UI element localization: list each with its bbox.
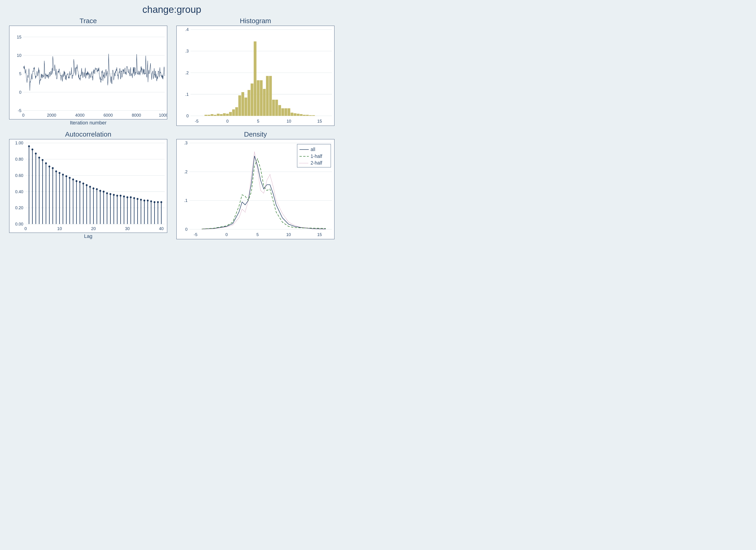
- diagnostic-figure: change:group Trace -50510150200040006000…: [0, 0, 344, 250]
- svg-text:.4: .4: [185, 27, 189, 32]
- svg-text:5: 5: [19, 71, 21, 76]
- svg-point-103: [59, 172, 60, 174]
- svg-point-107: [65, 175, 67, 177]
- svg-text:10000: 10000: [159, 113, 167, 118]
- svg-rect-41: [235, 107, 238, 116]
- svg-text:0: 0: [186, 113, 189, 118]
- trace-title: Trace: [9, 17, 167, 25]
- svg-text:0.20: 0.20: [15, 205, 23, 210]
- density-panel: Density 0.1.2.3-5051015all1-half2-half: [176, 130, 334, 239]
- svg-rect-47: [254, 41, 256, 116]
- svg-text:-5: -5: [18, 108, 21, 113]
- svg-point-163: [160, 201, 162, 203]
- svg-point-129: [103, 191, 104, 193]
- svg-point-91: [38, 156, 40, 158]
- svg-point-159: [153, 201, 155, 203]
- svg-rect-57: [285, 108, 287, 116]
- trace-panel: Trace -50510150200040006000800010000 Ite…: [9, 17, 167, 126]
- svg-rect-37: [223, 113, 226, 116]
- svg-point-95: [45, 162, 47, 164]
- svg-rect-58: [288, 108, 290, 116]
- svg-text:.1: .1: [185, 92, 189, 96]
- svg-text:-5: -5: [194, 232, 197, 237]
- svg-point-109: [69, 177, 71, 179]
- svg-point-155: [147, 199, 149, 202]
- svg-point-113: [76, 180, 77, 182]
- svg-text:10: 10: [57, 226, 62, 231]
- svg-text:20: 20: [91, 226, 96, 231]
- svg-text:0: 0: [25, 226, 27, 231]
- svg-text:5: 5: [256, 232, 259, 237]
- svg-point-127: [99, 190, 101, 192]
- svg-point-93: [42, 159, 44, 161]
- histogram-title: Histogram: [176, 17, 334, 25]
- svg-text:2000: 2000: [47, 113, 56, 118]
- svg-rect-35: [217, 114, 219, 116]
- svg-rect-56: [281, 108, 284, 116]
- svg-rect-53: [272, 100, 275, 116]
- svg-rect-49: [260, 80, 263, 116]
- density-plot: 0.1.2.3-5051015all1-half2-half: [176, 139, 334, 239]
- svg-rect-33: [211, 114, 214, 116]
- svg-text:.3: .3: [184, 140, 187, 145]
- svg-rect-38: [226, 114, 229, 116]
- svg-point-143: [126, 196, 128, 198]
- svg-rect-44: [244, 98, 247, 116]
- svg-text:0.40: 0.40: [15, 189, 23, 194]
- svg-point-149: [137, 198, 138, 200]
- trace-plot: -50510150200040006000800010000: [9, 26, 167, 119]
- svg-rect-46: [251, 83, 253, 116]
- svg-point-161: [157, 201, 159, 203]
- panel-grid: Trace -50510150200040006000800010000 Ite…: [0, 17, 344, 246]
- svg-rect-36: [220, 114, 223, 116]
- svg-point-87: [31, 148, 33, 150]
- svg-text:8000: 8000: [132, 113, 141, 118]
- svg-rect-64: [306, 115, 309, 116]
- svg-text:all: all: [311, 146, 315, 152]
- svg-point-119: [86, 184, 88, 186]
- svg-rect-52: [269, 76, 272, 116]
- svg-rect-32: [208, 115, 210, 116]
- svg-rect-59: [290, 112, 293, 116]
- svg-point-111: [72, 178, 74, 180]
- svg-text:1-half: 1-half: [311, 153, 322, 159]
- svg-text:0: 0: [225, 232, 228, 237]
- svg-point-105: [62, 174, 64, 176]
- svg-rect-66: [312, 115, 315, 116]
- svg-point-99: [52, 167, 54, 169]
- svg-rect-61: [297, 114, 299, 116]
- svg-text:6000: 6000: [104, 113, 113, 118]
- svg-text:0: 0: [22, 113, 25, 118]
- svg-point-89: [35, 153, 37, 155]
- svg-point-115: [79, 181, 81, 183]
- svg-text:30: 30: [125, 226, 130, 231]
- svg-text:-5: -5: [195, 119, 198, 123]
- svg-text:4000: 4000: [75, 113, 85, 118]
- svg-text:0: 0: [19, 90, 21, 95]
- svg-rect-54: [275, 100, 278, 116]
- svg-point-153: [143, 199, 145, 202]
- svg-point-97: [48, 165, 50, 167]
- svg-point-123: [93, 187, 94, 189]
- svg-text:5: 5: [257, 119, 259, 123]
- svg-rect-39: [229, 112, 232, 116]
- histogram-panel: Histogram 0.1.2.3.4-5051015: [176, 17, 334, 126]
- svg-rect-51: [266, 76, 269, 116]
- acf-plot: 0.000.200.400.600.801.00010203040: [9, 139, 167, 233]
- svg-point-135: [113, 194, 115, 196]
- svg-point-147: [133, 197, 135, 199]
- svg-rect-43: [241, 92, 244, 116]
- svg-text:15: 15: [17, 34, 21, 39]
- svg-rect-31: [205, 115, 207, 116]
- acf-panel: Autocorrelation 0.000.200.400.600.801.00…: [9, 130, 167, 239]
- svg-point-145: [130, 196, 132, 198]
- svg-point-85: [28, 145, 30, 147]
- density-title: Density: [176, 130, 334, 138]
- svg-rect-50: [263, 89, 266, 116]
- svg-rect-34: [214, 115, 216, 116]
- svg-point-117: [82, 183, 84, 185]
- svg-text:.3: .3: [185, 49, 189, 53]
- svg-point-131: [106, 192, 108, 194]
- svg-text:2-half: 2-half: [311, 160, 322, 166]
- svg-point-141: [123, 195, 125, 197]
